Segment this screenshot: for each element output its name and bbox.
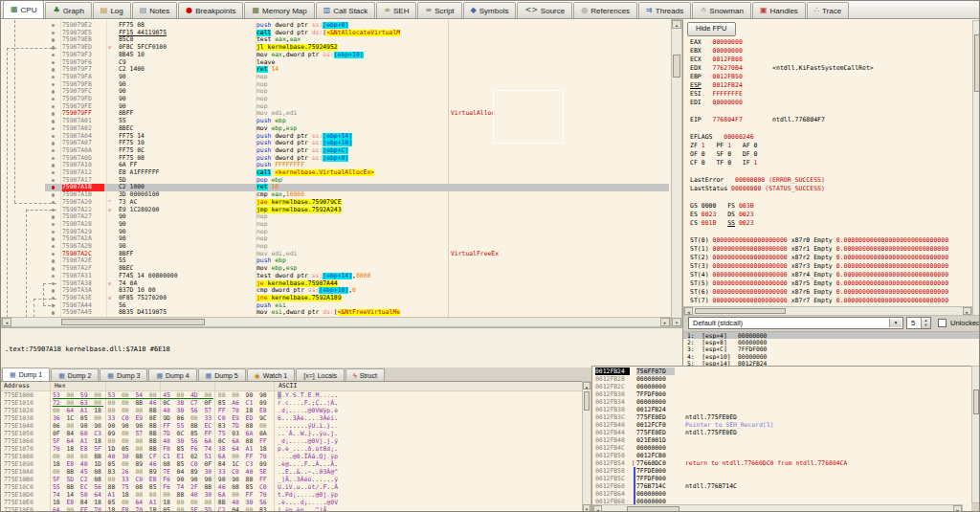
instruction-dot[interactable] xyxy=(52,259,55,262)
register-line[interactable] xyxy=(690,167,971,176)
dump-row[interactable]: 775E109018.E8è40@1D.05.00.89.46F08.85.C0… xyxy=(1,460,582,468)
scroll-thumb[interactable] xyxy=(974,34,980,92)
register-line[interactable]: CF 0 TF 0 IF 1 xyxy=(690,159,971,167)
argument-count-stepper[interactable]: 5 ▲▼ xyxy=(906,317,931,329)
tab-dump-5[interactable]: ▦Dump 5 xyxy=(198,368,246,381)
disasm-row[interactable]: 75907A22vE9 1C280200jmp kernelbase.7592A… xyxy=(1,207,671,214)
instruction-dot[interactable] xyxy=(52,112,55,115)
scroll-thumb[interactable] xyxy=(61,319,205,325)
stack-row[interactable]: 0012FB500012FCB0 xyxy=(592,452,971,459)
instruction-dot[interactable] xyxy=(52,304,55,307)
disasm-row[interactable]: 759079F38B45 10mov eax,dword ptr ss:[ebp… xyxy=(1,52,671,59)
instruction-dot[interactable] xyxy=(52,231,55,234)
tab-dump-4[interactable]: ▦Dump 4 xyxy=(148,368,196,381)
dump-row[interactable]: 775E10E018.E8è84.18.05.00.64dA1¡18.00.00… xyxy=(1,499,582,506)
disasm-row[interactable]: 759079FD90nop xyxy=(1,96,671,103)
tab-notes[interactable]: ▤Notes xyxy=(132,2,177,18)
register-line[interactable]: CS 001B SS 0023 xyxy=(690,219,971,228)
dump-row[interactable]: 775E101072r00.63c00.00.00.8B.46F0C.3B;C7… xyxy=(1,399,582,407)
dump-v-scrollbar[interactable]: ▴ ▾ xyxy=(582,381,591,512)
register-line[interactable]: EIP 776804F7 ntdll.776804F7 xyxy=(690,116,971,124)
stack-row[interactable]: 0012FB5477660DC0[return to ntdll.77660DC… xyxy=(592,459,971,467)
register-line[interactable]: ST(7) 00000000000000000000 x87r7 Empty 0… xyxy=(690,297,971,305)
stack-h-scrollbar[interactable]: ◂ ▸ xyxy=(592,504,963,512)
register-line[interactable]: ST(4) 00000000000000000000 x87r4 Empty 0… xyxy=(690,271,971,279)
dump-row[interactable]: 775E102000.64dA1¡18.00.00.00.8B.40@30056… xyxy=(1,407,582,414)
argument-row[interactable]: 1: [esp+4] 00000000 xyxy=(683,332,980,339)
register-line[interactable]: ST(0) 00000000000000000000 x87r0 Empty 0… xyxy=(690,236,971,245)
disassembly-panel[interactable]: ► 759079E2FF75 08push dword ptr ss:[ebp+… xyxy=(1,19,671,317)
disasm-row[interactable]: 75907A2E55push ebp xyxy=(1,257,671,265)
disasm-row[interactable]: 75907A2990nop xyxy=(1,229,671,236)
dump-row[interactable]: 775E10303661C.05.00.333C0ÀE9é0E.9D.06.00… xyxy=(1,414,582,422)
dump-row[interactable]: 775E108000.00.00.8B.40@3008B.CFÏC1ÁE1á02… xyxy=(1,453,582,460)
instruction-dot[interactable] xyxy=(52,149,55,152)
registers-h-scrollbar[interactable]: ◂ ▸ xyxy=(683,306,972,316)
tab-trace[interactable]: ∴Trace xyxy=(807,2,849,18)
disasm-row[interactable]: 75907A458B35 D4119075mov esi,dword ptr d… xyxy=(1,309,671,317)
instruction-dot[interactable] xyxy=(52,275,55,278)
disasm-row[interactable]: 75907A2A90nop xyxy=(1,235,671,243)
dump-row[interactable]: 775E10B05F_5D]C2Â08.00.333C0ÀEBëF6ö90.90… xyxy=(1,476,582,483)
register-line[interactable]: EDI 00000000 xyxy=(690,99,971,107)
stack-panel[interactable]: 0012FB24756FF07D0012FB28000000000012FB2C… xyxy=(591,366,971,512)
tab-memory-map[interactable]: ▦Memory Map xyxy=(244,2,314,18)
disasm-row[interactable]: 75907A3A837D 10 00cmp dword ptr ss:[ebp+… xyxy=(1,287,671,295)
instruction-dot[interactable] xyxy=(52,98,55,100)
register-line[interactable]: ST(3) 00000000000000000000 x87r3 Empty 0… xyxy=(690,262,971,271)
disasm-row[interactable]: 75907A2B90nop xyxy=(1,243,671,251)
disasm-row[interactable]: 75907A175Dpop ebp xyxy=(1,177,671,185)
register-line[interactable]: ST(6) 00000000000000000000 x87r6 Empty 0… xyxy=(690,288,971,297)
disasm-row[interactable]: 75907A2790nop xyxy=(1,213,671,221)
instruction-dot[interactable] xyxy=(52,157,55,160)
disasm-row[interactable]: 75907A1B3D 00000100cmp eax,10000 xyxy=(1,191,671,199)
register-line[interactable] xyxy=(690,124,971,133)
dump-row[interactable]: 775E10C055U8B.ECì56V8B.75u08.85.F6ö74t2F… xyxy=(1,483,582,491)
disasm-row[interactable]: 75907A12E8 A1FFFFFFcall <kernelbase.Virt… xyxy=(1,169,671,177)
instruction-dot[interactable] xyxy=(52,201,55,204)
instruction-dot[interactable] xyxy=(52,171,55,174)
tab-call-stack[interactable]: ▥Call Stack xyxy=(316,2,376,18)
stepper-arrows-icon[interactable]: ▲▼ xyxy=(921,318,930,328)
scroll-thumb[interactable] xyxy=(584,391,590,411)
stack-row[interactable]: 0012FB24756FF07D xyxy=(592,367,971,375)
instruction-dot[interactable] xyxy=(52,245,55,248)
register-line[interactable] xyxy=(690,193,971,202)
disasm-row[interactable]: 759079FC90nop xyxy=(1,88,671,96)
disasm-row[interactable]: 75907A106A FFpush FFFFFFFF xyxy=(1,162,671,169)
register-line[interactable] xyxy=(690,107,971,116)
scroll-thumb[interactable] xyxy=(673,55,680,78)
disasm-row[interactable]: 759079EB85C0test eax,eax xyxy=(1,36,671,44)
dump-row[interactable]: 775E10D074t14.50P64dA1¡18.00.00.00.8B.40… xyxy=(1,491,582,499)
instruction-dot[interactable] xyxy=(52,68,55,71)
stack-row[interactable]: 0012FB2C00000000 xyxy=(592,383,971,390)
instruction-dot[interactable] xyxy=(52,297,55,300)
register-line[interactable]: ES 0023 DS 0023 xyxy=(690,211,971,219)
disasm-row[interactable]: 75907A18C2 1000ret 10 xyxy=(1,184,671,191)
instruction-dot[interactable] xyxy=(52,105,55,108)
dump-row[interactable]: 775E10605F_64dA1¡18.00.00.00.8B.40@30056… xyxy=(1,437,582,445)
tab-struct[interactable]: ϟStruct xyxy=(345,368,385,381)
scroll-thumb[interactable] xyxy=(627,506,679,512)
instruction-dot[interactable] xyxy=(52,142,55,145)
tab-symbols[interactable]: ◆Symbols xyxy=(463,2,517,18)
argument-row[interactable]: 3: [esp+C] 7FFDF000 xyxy=(683,345,980,352)
instruction-dot[interactable] xyxy=(52,289,55,292)
disasm-row[interactable]: 75907A028BECmov ebp,esp xyxy=(1,125,671,133)
instruction-dot[interactable] xyxy=(52,83,55,86)
disasm-row[interactable]: 75907A38v74 0Aje kernelbase.75907A44 xyxy=(1,280,671,288)
instruction-dot[interactable] xyxy=(52,127,55,130)
register-line[interactable]: ST(1) 00000000000000000000 x87r1 Empty 0… xyxy=(690,245,971,254)
tab-dump-1[interactable]: ▦Dump 1 xyxy=(2,367,50,381)
disasm-row[interactable]: 75907A2F8BECmov ebp,esp xyxy=(1,265,671,273)
stack-row[interactable]: 0012FB5C7FFDF000 xyxy=(592,475,971,482)
tab-snowman[interactable]: ☃Snowman xyxy=(692,2,751,18)
tab-watch-1[interactable]: ◉Watch 1 xyxy=(247,368,296,381)
disasm-row[interactable]: 75907A3Ev0F85 75270200jne kernelbase.759… xyxy=(1,295,671,302)
instruction-dot[interactable] xyxy=(52,267,55,270)
instruction-dot[interactable] xyxy=(52,282,55,285)
register-line[interactable]: LastStatus 00000000 (STATUS_SUCCESS) xyxy=(690,185,971,193)
registers-panel[interactable]: Hide FPU EAX 00000000EBX 00000000ECX 001… xyxy=(682,19,980,317)
stack-row[interactable]: 0012FB380012FB24 xyxy=(592,406,971,413)
dump-row[interactable]: 775E104006.00.90.90.90.90.90.8B.FFÿ55U8B… xyxy=(1,422,582,430)
